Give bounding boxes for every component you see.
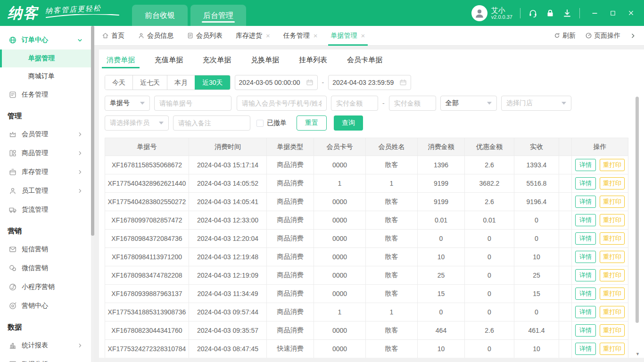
table-header-row: 单据号消费时间单据类型会员卡号会员姓名消费金额优惠金额实收操作 bbox=[105, 138, 628, 156]
sidebar-item-mall-orders[interactable]: 商城订单 bbox=[0, 67, 94, 85]
date-range-dash: - bbox=[322, 79, 324, 86]
minimize-button[interactable] bbox=[591, 9, 598, 16]
subtab-times[interactable]: 充次单据 bbox=[203, 49, 231, 70]
chevron-right-icon[interactable] bbox=[630, 33, 636, 39]
reprint-button[interactable]: 重打印 bbox=[600, 306, 625, 318]
maximize-button[interactable] bbox=[610, 9, 616, 16]
sidebar-scrollbar-thumb[interactable] bbox=[91, 26, 94, 236]
close-button[interactable] bbox=[627, 9, 635, 16]
nav-backoffice-button[interactable]: 后台管理 bbox=[190, 5, 246, 26]
subtab-consume[interactable]: 消费单据 bbox=[107, 49, 135, 70]
scrollbar-down-arrow-icon[interactable]: ▼ bbox=[636, 352, 640, 356]
detail-button[interactable]: 详情 bbox=[575, 251, 596, 263]
range-last-7-days-button[interactable]: 近七天 bbox=[132, 75, 167, 90]
detail-button[interactable]: 详情 bbox=[575, 159, 596, 171]
search-button[interactable]: 查询 bbox=[334, 115, 363, 131]
reprint-button[interactable]: 重打印 bbox=[600, 196, 625, 208]
sidebar-item-task-manage[interactable]: 任务管理 bbox=[0, 85, 94, 104]
amount-max-input[interactable] bbox=[389, 96, 436, 111]
detail-button[interactable]: 详情 bbox=[575, 177, 596, 189]
table-cell: 0 bbox=[514, 211, 559, 230]
reprint-button[interactable]: 重打印 bbox=[600, 177, 625, 189]
sidebar-item-order-center[interactable]: 订单中心 bbox=[0, 31, 94, 49]
store-select[interactable]: 选择门店 bbox=[501, 96, 571, 111]
avatar[interactable] bbox=[471, 5, 487, 21]
tab-close-icon[interactable]: × bbox=[266, 32, 270, 40]
operator-select[interactable]: 请选择操作员 bbox=[105, 115, 169, 131]
sidebar-item-staff-manage[interactable]: 员工管理 bbox=[0, 181, 94, 200]
sidebar-item-order-manage[interactable]: 单据管理 bbox=[0, 49, 94, 67]
table-cell-spacer bbox=[559, 321, 572, 340]
topbar-divider bbox=[520, 8, 520, 18]
date-to-input[interactable] bbox=[332, 79, 397, 86]
reset-button[interactable]: 重置 bbox=[297, 115, 327, 131]
revoked-checkbox[interactable] bbox=[256, 120, 264, 127]
horizontal-scrollbar[interactable] bbox=[99, 358, 644, 362]
detail-button[interactable]: 详情 bbox=[575, 306, 596, 318]
amount-min-input[interactable] bbox=[331, 96, 378, 111]
tab-order-manage[interactable]: 单据管理× bbox=[331, 26, 365, 46]
date-to-field[interactable] bbox=[328, 75, 411, 90]
table-cell: 10 bbox=[514, 248, 559, 266]
tab-member-list[interactable]: 会员列表 bbox=[187, 26, 223, 46]
user-box[interactable]: 艾小 v2.0.0.37 bbox=[471, 5, 512, 21]
reprint-button[interactable]: 重打印 bbox=[600, 324, 625, 337]
tab-close-icon[interactable]: × bbox=[314, 32, 318, 40]
sidebar-item-goods-manage[interactable]: 商品管理 bbox=[0, 144, 94, 163]
detail-button[interactable]: 详情 bbox=[575, 324, 596, 337]
date-from-field[interactable] bbox=[235, 75, 318, 90]
page-actions-menu[interactable]: 页面操作 bbox=[585, 32, 620, 40]
table-row: XF17754042838025502722024-04-03 14:05:41… bbox=[105, 193, 628, 211]
tab-home[interactable]: 首页 bbox=[102, 26, 124, 46]
range-last-30-days-button[interactable]: 近30天 bbox=[195, 75, 230, 90]
sidebar-item-miniprogram-marketing[interactable]: 小程序营销 bbox=[0, 278, 94, 296]
nav-cashier-button[interactable]: 前台收银 bbox=[132, 5, 188, 26]
revoked-checkbox-wrap[interactable]: 已撤单 bbox=[256, 119, 287, 127]
order-no-input[interactable] bbox=[154, 96, 231, 111]
reprint-button[interactable]: 重打印 bbox=[600, 159, 625, 171]
remark-input[interactable] bbox=[173, 115, 250, 131]
search-field-select[interactable]: 单据号 bbox=[105, 96, 150, 111]
vertical-scrollbar-thumb[interactable] bbox=[636, 97, 639, 323]
date-from-input[interactable] bbox=[239, 79, 304, 86]
sidebar-item-inventory-manage[interactable]: 库存管理 bbox=[0, 163, 94, 181]
tab-task-manage[interactable]: 任务管理× bbox=[283, 26, 318, 46]
sidebar-item-member-manage[interactable]: 会员管理 bbox=[0, 125, 94, 144]
reprint-button[interactable]: 重打印 bbox=[600, 343, 625, 355]
refresh-action[interactable]: 刷新 bbox=[553, 32, 576, 40]
reprint-button[interactable]: 重打印 bbox=[600, 232, 625, 245]
reprint-button[interactable]: 重打印 bbox=[600, 288, 625, 300]
sidebar-item-wechat-marketing[interactable]: 微信营销 bbox=[0, 259, 94, 278]
support-headset-icon[interactable] bbox=[528, 8, 538, 18]
detail-button[interactable]: 详情 bbox=[575, 288, 596, 300]
sidebar-item-logistics-manage[interactable]: 货流管理 bbox=[0, 200, 94, 219]
tab-inventory-purchase[interactable]: 库存进货× bbox=[236, 26, 270, 46]
reprint-button[interactable]: 重打印 bbox=[600, 269, 625, 281]
tab-member-info[interactable]: 会员信息 bbox=[138, 26, 173, 46]
download-icon[interactable] bbox=[562, 8, 572, 18]
sidebar-item-stats-report[interactable]: 统计报表 bbox=[0, 336, 94, 355]
lock-icon[interactable] bbox=[545, 8, 555, 18]
range-this-month-button[interactable]: 本月 bbox=[167, 75, 195, 90]
sidebar-item-data-analysis[interactable]: 数据分析 bbox=[0, 355, 94, 362]
detail-button[interactable]: 详情 bbox=[575, 232, 596, 245]
subtab-exchange[interactable]: 兑换单据 bbox=[251, 49, 279, 70]
detail-button[interactable]: 详情 bbox=[575, 214, 596, 226]
sidebar-item-sms-marketing[interactable]: 短信营销 bbox=[0, 240, 94, 259]
column-header: 会员卡号 bbox=[314, 138, 366, 156]
table-cell: XF1775341885313908736 bbox=[105, 303, 189, 321]
range-today-button[interactable]: 今天 bbox=[105, 75, 132, 90]
member-search-input[interactable] bbox=[237, 96, 327, 111]
sidebar-item-marketing-center[interactable]: 营销中心 bbox=[0, 296, 94, 315]
subtab-recharge[interactable]: 充值单据 bbox=[155, 49, 183, 70]
type-select[interactable]: 全部 bbox=[440, 96, 497, 111]
detail-button[interactable]: 详情 bbox=[575, 343, 596, 355]
tab-close-icon[interactable]: × bbox=[361, 32, 365, 40]
detail-button[interactable]: 详情 bbox=[575, 196, 596, 208]
detail-button[interactable]: 详情 bbox=[575, 269, 596, 281]
subtab-pending[interactable]: 挂单列表 bbox=[299, 49, 327, 70]
sidebar-item-label: 数据分析 bbox=[22, 360, 48, 362]
reprint-button[interactable]: 重打印 bbox=[600, 251, 625, 263]
subtab-member-card[interactable]: 会员卡单据 bbox=[347, 49, 382, 70]
reprint-button[interactable]: 重打印 bbox=[600, 214, 625, 226]
